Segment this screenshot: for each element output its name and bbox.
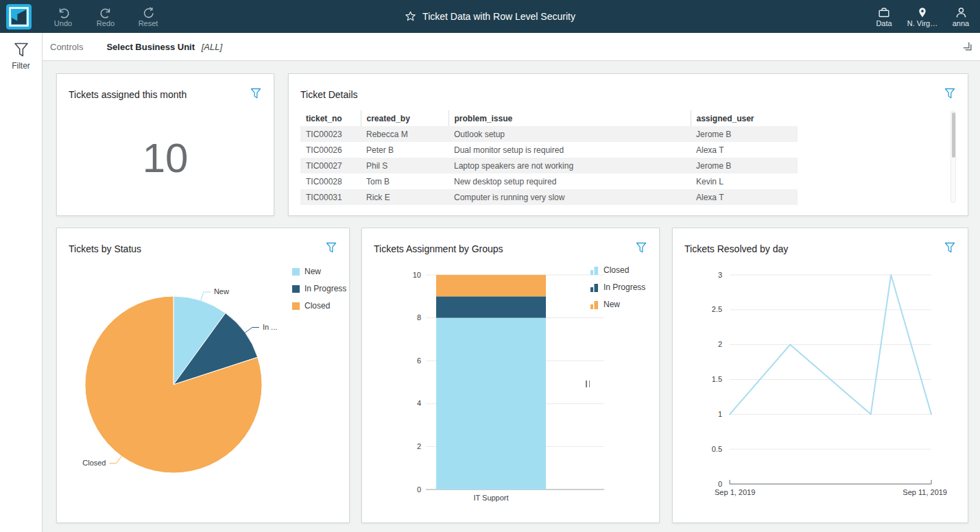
table-cell: Tom B bbox=[361, 173, 449, 189]
reset-icon bbox=[142, 6, 155, 19]
legend-bars-icon bbox=[590, 283, 599, 292]
y-tick-label: 4 bbox=[417, 399, 421, 407]
table-cell: TIC00031 bbox=[300, 189, 361, 205]
table-cell: TIC00026 bbox=[300, 142, 361, 158]
column-header[interactable]: assigned_user bbox=[691, 110, 798, 126]
table-cell: Outlook setup bbox=[449, 126, 691, 142]
redo-button[interactable]: Redo bbox=[89, 6, 122, 27]
legend-item[interactable]: In Progress bbox=[292, 284, 346, 293]
top-bar-right: Data N. Virg… anna bbox=[868, 0, 977, 33]
y-tick-label: 2 bbox=[417, 442, 421, 450]
kpi-filter-icon[interactable] bbox=[250, 88, 261, 99]
legend-swatch bbox=[292, 285, 300, 293]
pie-callout-label: Closed bbox=[82, 459, 106, 467]
table-cell: TIC00027 bbox=[300, 158, 361, 173]
kpi-title: Tickets assigned this month bbox=[69, 89, 187, 100]
y-tick-label: 2.5 bbox=[712, 305, 722, 313]
bar-segment[interactable] bbox=[436, 275, 546, 296]
table-cell: Phil S bbox=[361, 158, 449, 173]
undo-label: Undo bbox=[54, 19, 72, 27]
table-cell: Alexa T bbox=[691, 189, 798, 205]
table-row[interactable]: TIC00028Tom BNew desktop setup requiredK… bbox=[300, 173, 798, 189]
kpi-card: Tickets assigned this month 10 bbox=[56, 73, 274, 216]
star-icon[interactable] bbox=[405, 11, 416, 22]
column-header[interactable]: problem_issue bbox=[449, 110, 691, 126]
collapse-controls-icon[interactable] bbox=[961, 40, 975, 54]
region-label: N. Virg… bbox=[907, 19, 937, 27]
legend-item[interactable]: In Progress bbox=[590, 282, 645, 292]
table-row[interactable]: TIC00023Rebecca MOutlook setupJerome B bbox=[300, 126, 798, 142]
y-tick-label: 1 bbox=[718, 410, 722, 418]
controls-bar: Controls Select Business Unit [ALL] bbox=[43, 33, 980, 61]
pie-callout-label: New bbox=[214, 287, 229, 295]
user-button[interactable]: anna bbox=[944, 6, 977, 27]
legend-label: New bbox=[304, 267, 321, 276]
kpi-value: 10 bbox=[57, 134, 274, 182]
legend-label: In Progress bbox=[603, 282, 645, 292]
bar-segment[interactable] bbox=[436, 318, 546, 489]
region-button[interactable]: N. Virg… bbox=[906, 6, 939, 27]
data-button[interactable]: Data bbox=[868, 6, 900, 27]
quicksight-logo[interactable] bbox=[6, 4, 32, 29]
legend-swatch bbox=[292, 268, 300, 276]
filter-funnel-icon bbox=[14, 42, 29, 58]
tickets-resolved-card: Tickets Resolved by day 00.511.522.53Sep… bbox=[672, 228, 968, 523]
legend-bars-icon bbox=[590, 266, 599, 275]
location-pin-icon bbox=[916, 6, 929, 19]
legend-label: New bbox=[603, 300, 620, 309]
data-label: Data bbox=[876, 19, 892, 27]
sidebar-filter-button[interactable]: Filter bbox=[0, 33, 42, 71]
table-cell: Alexa T bbox=[691, 142, 798, 158]
pie-callout-line bbox=[201, 292, 211, 300]
table-header-row: ticket_nocreated_byproblem_issueassigned… bbox=[300, 110, 798, 126]
legend-swatch bbox=[292, 302, 300, 310]
legend-label: Closed bbox=[603, 265, 629, 275]
legend-item[interactable]: Closed bbox=[590, 265, 645, 275]
redo-label: Redo bbox=[97, 19, 115, 27]
table-cell: TIC00023 bbox=[300, 126, 361, 142]
bar-segment[interactable] bbox=[436, 296, 546, 317]
table-cell: Dual monitor setup is required bbox=[449, 142, 691, 158]
legend-bars-icon bbox=[590, 300, 599, 309]
table-cell: Laptop speakers are not working bbox=[449, 158, 691, 173]
sidebar-filter-label: Filter bbox=[12, 61, 30, 71]
undo-icon bbox=[57, 6, 70, 19]
table-cell: Peter B bbox=[361, 142, 449, 158]
undo-button[interactable]: Undo bbox=[47, 6, 80, 27]
table-cell: Jerome B bbox=[691, 158, 798, 173]
ticket-details-card: Ticket Details ticket_nocreated_byproble… bbox=[288, 73, 968, 216]
table-row[interactable]: TIC00031Rick EComputer is running very s… bbox=[300, 189, 798, 205]
table-row[interactable]: TIC00027Phil SLaptop speakers are not wo… bbox=[300, 158, 798, 173]
table-scrollbar-thumb[interactable] bbox=[952, 112, 955, 158]
pie-callout-line bbox=[110, 456, 122, 463]
business-unit-control[interactable]: Select Business Unit [ALL] bbox=[106, 42, 222, 52]
table-row[interactable]: TIC00026Peter BDual monitor setup is req… bbox=[300, 142, 798, 158]
toolbox-icon bbox=[877, 6, 891, 19]
pie-callout-line bbox=[245, 328, 259, 333]
table-filter-icon[interactable] bbox=[944, 88, 955, 99]
legend-item[interactable]: New bbox=[292, 267, 346, 276]
y-tick-label: 2 bbox=[718, 340, 722, 348]
legend-item[interactable]: New bbox=[590, 300, 645, 309]
x-category-label: IT Support bbox=[473, 494, 508, 502]
table-cell: Kevin L bbox=[691, 173, 798, 189]
ticket-table: ticket_nocreated_byproblem_issueassigned… bbox=[300, 110, 798, 205]
control-name: Select Business Unit bbox=[106, 42, 195, 52]
left-sidebar: Filter bbox=[0, 33, 43, 532]
y-tick-label: 0 bbox=[718, 480, 722, 488]
bar-legend: ClosedIn ProgressNew bbox=[590, 265, 645, 309]
legend-item[interactable]: Closed bbox=[292, 301, 346, 311]
column-header[interactable]: created_by bbox=[361, 110, 449, 126]
reset-button[interactable]: Reset bbox=[132, 6, 165, 27]
table-title: Ticket Details bbox=[300, 89, 358, 100]
y-tick-label: 3 bbox=[718, 271, 722, 279]
legend-resize-handle[interactable] bbox=[586, 380, 590, 387]
table-scrollbar bbox=[951, 110, 956, 203]
pie-legend: NewIn ProgressClosed bbox=[292, 267, 346, 311]
column-header[interactable]: ticket_no bbox=[300, 110, 361, 126]
controls-label: Controls bbox=[50, 42, 83, 52]
pie-callout-label: In ... bbox=[263, 323, 277, 331]
control-value: [ALL] bbox=[202, 42, 222, 52]
top-bar: Undo Redo Reset Ticket Data with Row Lev… bbox=[0, 0, 980, 33]
legend-label: Closed bbox=[304, 301, 330, 311]
